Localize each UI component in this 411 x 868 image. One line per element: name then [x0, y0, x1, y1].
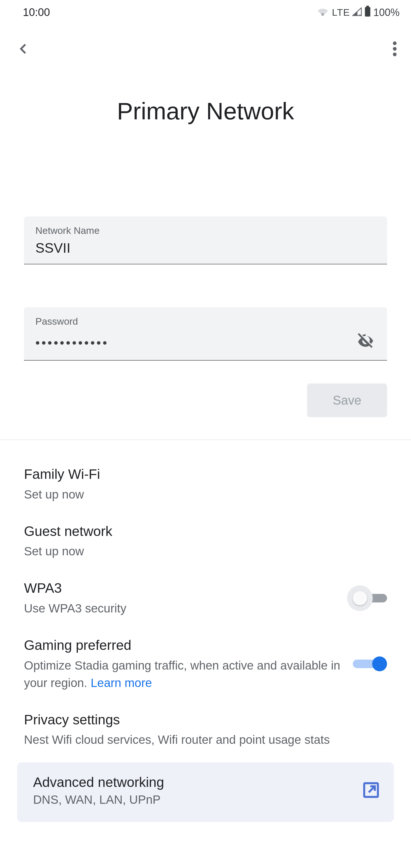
app-bar	[0, 24, 411, 69]
svg-point-6	[393, 53, 397, 56]
item-title: Advanced networking	[33, 774, 164, 790]
svg-rect-3	[366, 6, 369, 7]
status-icons: ✕ LTE ✕ 100%	[318, 6, 400, 19]
network-name-field[interactable]: Network Name SSVII	[24, 216, 387, 265]
item-title: WPA3	[24, 579, 336, 598]
item-title: Guest network	[24, 522, 387, 541]
save-button[interactable]: Save	[307, 383, 387, 417]
wpa3-item[interactable]: WPA3 Use WPA3 security	[24, 571, 387, 628]
battery-icon	[364, 6, 371, 19]
item-subtitle: Set up now	[24, 543, 387, 560]
svg-point-4	[393, 41, 397, 45]
svg-text:✕: ✕	[321, 12, 324, 16]
back-icon[interactable]	[17, 42, 30, 57]
item-subtitle: Use WPA3 security	[24, 600, 336, 617]
more-icon[interactable]	[393, 41, 397, 57]
visibility-off-icon[interactable]	[356, 331, 376, 352]
wifi-off-icon: ✕	[318, 6, 328, 19]
item-title: Gaming preferred	[24, 636, 341, 655]
item-subtitle: Nest Wifi cloud services, Wifi router an…	[24, 731, 387, 749]
guest-network-item[interactable]: Guest network Set up now	[24, 514, 387, 571]
status-bar: 10:00 ✕ LTE ✕ 100%	[0, 0, 411, 24]
learn-more-link[interactable]: Learn more	[91, 676, 152, 689]
svg-text:✕: ✕	[358, 13, 362, 16]
signal-icon: ✕	[352, 6, 362, 19]
password-value: ••••••••••••	[35, 336, 109, 350]
svg-rect-2	[365, 7, 370, 17]
family-wifi-item[interactable]: Family Wi-Fi Set up now	[24, 457, 387, 514]
item-subtitle: Optimize Stadia gaming traffic, when act…	[24, 657, 341, 692]
network-name-label: Network Name	[35, 225, 376, 236]
wpa3-toggle[interactable]	[347, 588, 387, 609]
item-title: Privacy settings	[24, 711, 387, 729]
svg-point-5	[393, 47, 397, 51]
password-label: Password	[35, 316, 376, 327]
network-name-value: SSVII	[35, 240, 376, 256]
password-field[interactable]: Password ••••••••••••	[24, 307, 387, 361]
status-time: 10:00	[23, 6, 50, 19]
battery-percent: 100%	[373, 6, 400, 19]
privacy-settings-item[interactable]: Privacy settings Nest Wifi cloud service…	[24, 703, 387, 760]
page-title: Primary Network	[0, 97, 411, 125]
network-type: LTE	[332, 7, 350, 18]
item-subtitle: Set up now	[24, 486, 387, 503]
gaming-toggle[interactable]	[353, 656, 387, 671]
advanced-networking-item[interactable]: Advanced networking DNS, WAN, LAN, UPnP	[17, 762, 394, 822]
item-title: Family Wi-Fi	[24, 465, 387, 484]
open-in-new-icon	[362, 781, 380, 800]
gaming-preferred-item[interactable]: Gaming preferred Optimize Stadia gaming …	[24, 628, 387, 703]
item-subtitle: DNS, WAN, LAN, UPnP	[33, 793, 164, 807]
